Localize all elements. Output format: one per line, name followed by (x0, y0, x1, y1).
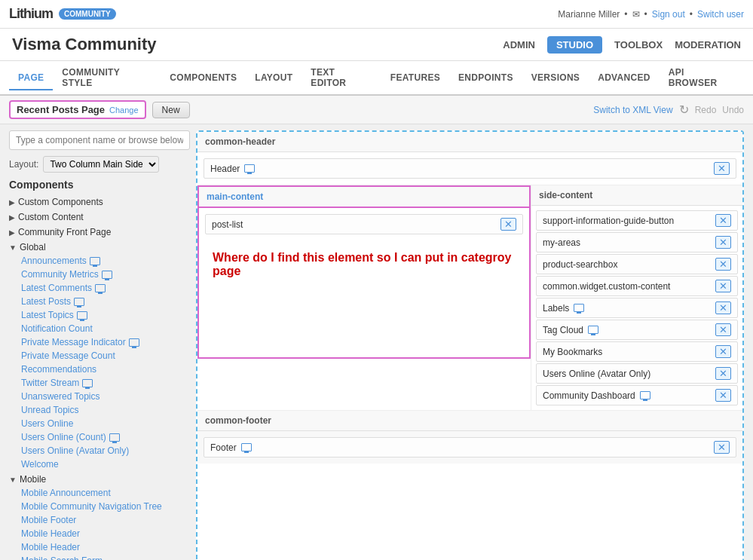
group-header-custom-content[interactable]: ▶ Custom Content (9, 210, 190, 224)
tab-endpoints[interactable]: ENDPOINTS (449, 66, 522, 90)
comp-latest-posts[interactable]: Latest Posts (9, 295, 190, 308)
group-custom-content: ▶ Custom Content (9, 210, 190, 224)
comp-private-message-indicator[interactable]: Private Message Indicator (9, 335, 190, 349)
side-item-remove-7[interactable]: ✕ (715, 367, 731, 380)
comp-mobile-nav-tree[interactable]: Mobile Community Navigation Tree (9, 500, 190, 513)
side-item-label-6: My Bookmarks (543, 347, 602, 357)
comp-mobile-header-1[interactable]: Mobile Header (9, 527, 190, 540)
side-item-remove-2[interactable]: ✕ (715, 258, 731, 271)
component-search-input[interactable] (9, 130, 190, 150)
common-footer-body: Footer ✕ (197, 431, 742, 464)
tab-advanced[interactable]: ADVANCED (589, 66, 660, 90)
envelope-icon[interactable]: ✉ (632, 9, 640, 20)
monitor-icon (90, 257, 100, 265)
change-button[interactable]: Change (109, 106, 139, 115)
tab-api-browser[interactable]: API BROWSER (660, 61, 744, 96)
monitor-icon (77, 311, 87, 320)
group-header-global[interactable]: ▼ Global (9, 240, 190, 254)
refresh-icon: ↻ (679, 103, 689, 117)
footer-label-text: Footer (210, 442, 252, 453)
group-header-custom-components[interactable]: ▶ Custom Components (9, 195, 190, 209)
logo: Lithium (9, 6, 53, 22)
tab-layout[interactable]: LAYOUT (246, 66, 302, 90)
comp-private-message-count[interactable]: Private Message Count (9, 349, 190, 363)
comp-latest-topics[interactable]: Latest Topics (9, 308, 190, 322)
side-item-remove-6[interactable]: ✕ (715, 345, 731, 358)
comp-latest-comments[interactable]: Latest Comments (9, 281, 190, 295)
group-header-mobile[interactable]: ▼ Mobile (9, 473, 190, 486)
side-item-4: Labels ✕ (536, 298, 738, 318)
comp-mobile-header-2[interactable]: Mobile Header (9, 540, 190, 554)
page-label-box: Recent Posts Page Change (9, 100, 146, 119)
footer-component-row: Footer ✕ (204, 437, 736, 457)
main-content-label: main-content (197, 185, 531, 208)
main-content-body: post-list ✕ Where do I find this element… (197, 208, 531, 359)
nav-admin[interactable]: ADMIN (503, 39, 535, 50)
comp-welcome[interactable]: Welcome (9, 457, 190, 471)
side-item-8: Community Dashboard ✕ (536, 385, 738, 405)
comp-unanswered-topics[interactable]: Unanswered Topics (9, 390, 190, 403)
side-item-0: support-information-guide-button ✕ (536, 210, 738, 231)
nav-studio[interactable]: STUDIO (547, 36, 602, 54)
footer-remove-btn[interactable]: ✕ (714, 441, 730, 454)
comp-mobile-search-form[interactable]: Mobile Search Form (9, 554, 190, 560)
signout-link[interactable]: Sign out (652, 9, 685, 20)
nav-moderation[interactable]: MODERATION (675, 39, 741, 50)
post-list-label: post-list (212, 219, 243, 230)
redo-btn[interactable]: Redo (695, 105, 717, 115)
tab-text-editor[interactable]: TEXT EDITOR (302, 61, 381, 96)
common-header-body: Header ✕ (197, 152, 742, 185)
nav-toolbox[interactable]: TOOLBOX (614, 39, 663, 50)
side-item-remove-4[interactable]: ✕ (715, 301, 731, 314)
side-item-remove-3[interactable]: ✕ (715, 280, 731, 292)
side-item-label-0: support-information-guide-button (543, 216, 674, 226)
comp-mobile-footer[interactable]: Mobile Footer (9, 513, 190, 527)
post-list-remove-btn[interactable]: ✕ (500, 218, 516, 231)
switch-xml-link[interactable]: Switch to XML View (593, 105, 672, 115)
left-panel: Layout: Two Column Main Side Components … (9, 130, 190, 560)
monitor-icon (244, 164, 255, 173)
page-label: Recent Posts Page (17, 104, 105, 115)
common-header-label: common-header (197, 132, 742, 152)
side-item-remove-0[interactable]: ✕ (715, 214, 731, 227)
group-custom-components: ▶ Custom Components (9, 195, 190, 209)
group-header-community-front[interactable]: ▶ Community Front Page (9, 225, 190, 239)
tab-community-style[interactable]: COMMUNITY STYLE (53, 61, 161, 96)
comp-users-online[interactable]: Users Online (9, 417, 190, 430)
side-item-remove-8[interactable]: ✕ (715, 389, 731, 402)
side-item-remove-5[interactable]: ✕ (715, 323, 731, 336)
layout-select[interactable]: Two Column Main Side (43, 156, 159, 173)
side-item-5: Tag Cloud ✕ (536, 320, 738, 340)
monitor-icon (95, 284, 106, 292)
common-footer-section: common-footer Footer ✕ (197, 411, 742, 464)
comp-twitter-stream[interactable]: Twitter Stream (9, 376, 190, 390)
comp-users-online-avatar[interactable]: Users Online (Avatar Only) (9, 444, 190, 457)
monitor-icon (241, 443, 252, 451)
tab-components[interactable]: COMPONENTS (161, 66, 246, 90)
tab-features[interactable]: FEATURES (381, 66, 449, 90)
dot2: • (644, 9, 647, 20)
tab-versions[interactable]: VERSIONS (522, 66, 589, 90)
comp-mobile-announcement[interactable]: Mobile Announcement (9, 486, 190, 500)
comp-announcements[interactable]: Announcements (9, 254, 190, 268)
comp-users-online-count[interactable]: Users Online (Count) (9, 430, 190, 444)
username: Marianne Miller (558, 9, 620, 20)
side-content-body: support-information-guide-button ✕ my-ar… (531, 206, 742, 410)
toolbar: Recent Posts Page Change New Switch to X… (0, 96, 753, 124)
comp-notification-count[interactable]: Notification Count (9, 322, 190, 335)
tab-page[interactable]: PAGE (9, 66, 53, 90)
header-label: Header (210, 164, 255, 174)
arrow-icon: ▶ (9, 228, 15, 237)
side-item-remove-1[interactable]: ✕ (715, 236, 731, 249)
new-button[interactable]: New (152, 102, 190, 118)
group-global: ▼ Global Announcements Community Metrics… (9, 240, 190, 471)
post-list-row: post-list ✕ (205, 214, 523, 234)
undo-btn[interactable]: Undo (722, 105, 744, 115)
comp-recommendations[interactable]: Recommendations (9, 363, 190, 376)
side-item-label-5: Tag Cloud (543, 325, 598, 335)
comp-unread-topics[interactable]: Unread Topics (9, 403, 190, 417)
switchuser-link[interactable]: Switch user (697, 9, 744, 20)
arrow-icon: ▶ (9, 198, 15, 207)
header-remove-btn[interactable]: ✕ (714, 162, 730, 175)
comp-community-metrics[interactable]: Community Metrics (9, 268, 190, 281)
